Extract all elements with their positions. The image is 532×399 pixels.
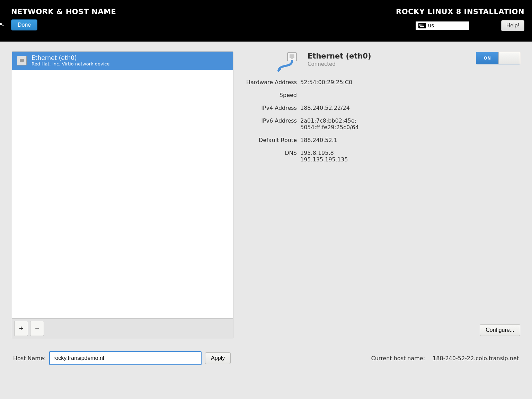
speed-label: Speed: [243, 92, 297, 98]
top-banner: ↖ NETWORK & HOST NAME Done ROCKY LINUX 8…: [0, 0, 532, 42]
toggle-knob: [498, 52, 520, 64]
remove-device-button[interactable]: −: [30, 321, 44, 336]
keyboard-icon: [418, 23, 426, 28]
keyboard-layout-indicator[interactable]: us: [416, 21, 469, 30]
connection-info: Hardware Address 52:54:00:29:25:C0 Speed…: [243, 79, 520, 163]
toggle-on-label: ON: [476, 52, 498, 64]
topbar-right: ROCKY LINUX 8 INSTALLATION us Help!: [396, 8, 524, 31]
connection-name: Ethernet (eth0): [308, 52, 371, 60]
speed-value: [300, 92, 520, 98]
svg-rect-12: [20, 59, 24, 62]
network-card-icon: [17, 56, 27, 65]
connection-status: Connected: [308, 61, 371, 67]
default-route-value: 188.240.52.1: [300, 137, 520, 143]
current-hostname-label: Current host name:: [371, 355, 425, 362]
svg-rect-2: [420, 24, 421, 25]
hostname-label: Host Name:: [13, 355, 46, 362]
keyboard-layout-label: us: [428, 23, 434, 29]
configure-button[interactable]: Configure...: [480, 324, 520, 336]
add-device-button[interactable]: +: [14, 321, 28, 336]
svg-rect-9: [423, 25, 423, 26]
ethernet-icon: [277, 52, 302, 72]
svg-rect-14: [22, 62, 23, 62]
svg-rect-16: [290, 54, 294, 58]
device-list[interactable]: Ethernet (eth0) Red Hat, Inc. Virtio net…: [12, 52, 233, 318]
device-toolbar: + −: [12, 318, 233, 338]
svg-rect-11: [420, 26, 424, 27]
done-button[interactable]: Done: [11, 19, 37, 30]
dns-label: DNS: [243, 150, 297, 163]
hardware-address-label: Hardware Address: [243, 79, 297, 86]
svg-rect-7: [420, 25, 421, 26]
ipv4-address-value: 188.240.52.22/24: [300, 105, 520, 111]
device-details: ON Ethernet (eth0): [243, 51, 520, 163]
svg-rect-13: [20, 62, 21, 62]
svg-rect-10: [424, 25, 424, 26]
main-content: Ethernet (eth0) Red Hat, Inc. Virtio net…: [0, 42, 532, 399]
connection-toggle[interactable]: ON: [476, 52, 520, 64]
cursor-icon: ↖: [0, 20, 5, 28]
device-item-eth0[interactable]: Ethernet (eth0) Red Hat, Inc. Virtio net…: [12, 52, 233, 70]
hardware-address-value: 52:54:00:29:25:C0: [300, 79, 520, 86]
ipv6-address-value: 2a01:7c8:bb02:45e: 5054:ff:fe29:25c0/64: [300, 117, 520, 131]
svg-rect-1: [419, 24, 420, 25]
ipv6-address-label: IPv6 Address: [243, 117, 297, 131]
dns-value: 195.8.195.8 195.135.195.135: [300, 150, 520, 163]
svg-rect-3: [422, 24, 422, 25]
ipv4-address-label: IPv4 Address: [243, 105, 297, 111]
hostname-input[interactable]: [49, 351, 202, 365]
hostname-bar: Host Name: Apply Current host name: 188-…: [12, 340, 520, 365]
device-item-name: Ethernet (eth0): [32, 54, 109, 61]
help-button[interactable]: Help!: [501, 20, 524, 31]
default-route-label: Default Route: [243, 137, 297, 143]
svg-rect-6: [419, 25, 420, 26]
svg-rect-5: [424, 24, 424, 25]
installer-title: ROCKY LINUX 8 INSTALLATION: [396, 8, 524, 16]
apply-hostname-button[interactable]: Apply: [205, 352, 231, 364]
svg-rect-8: [422, 25, 422, 26]
current-hostname-value: 188-240-52-22.colo.transip.net: [433, 355, 519, 362]
svg-rect-4: [423, 24, 423, 25]
device-panel: Ethernet (eth0) Red Hat, Inc. Virtio net…: [12, 51, 233, 338]
svg-rect-17: [291, 58, 293, 59]
device-item-description: Red Hat, Inc. Virtio network device: [32, 61, 109, 66]
